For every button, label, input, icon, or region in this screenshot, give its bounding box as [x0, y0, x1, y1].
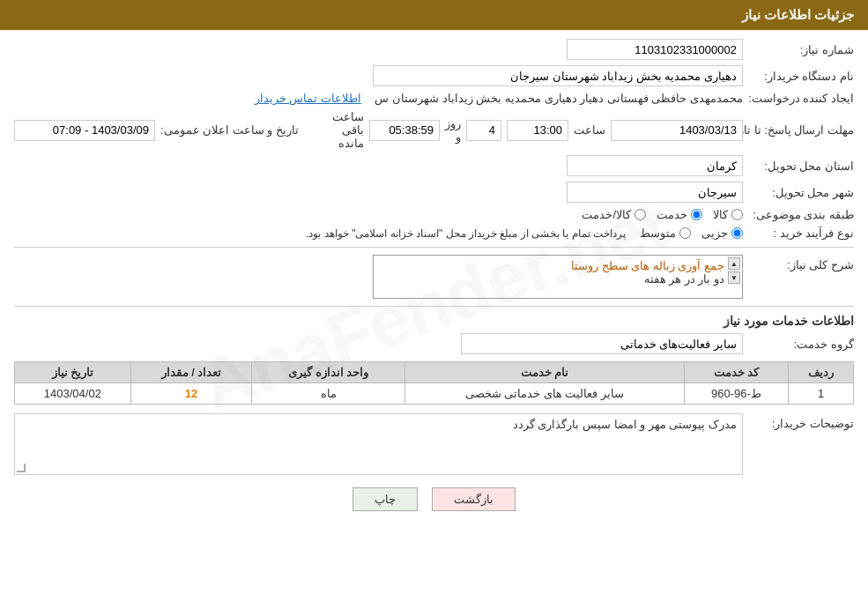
buttons-row: بازگشت چاپ — [14, 487, 854, 511]
buyer-desc-container: مدرک پیوستی مهر و امضا سپس بارگذاری گردد — [14, 413, 743, 475]
category-label: طبقه بندی موضوعی: — [748, 208, 854, 221]
category-row: طبقه بندی موضوعی: کالا خدمت کالا/خدمت — [14, 208, 854, 221]
service-group-label: گروه خدمت: — [748, 338, 854, 351]
col-name: نام خدمت — [405, 362, 685, 383]
province-label: استان محل تحویل: — [748, 160, 854, 173]
city-row: شهر محل تحویل: — [14, 182, 854, 203]
service-group-row: گروه خدمت: — [14, 333, 854, 354]
need-number-label: شماره نیاز: — [748, 43, 854, 56]
col-row: ردیف — [789, 362, 854, 383]
deadline-label: مهلت ارسال پاسخ: تا تاریخ: — [748, 123, 854, 137]
buyer-org-label: نام دستگاه خریدار: — [748, 70, 854, 83]
service-info-title: اطلاعات خدمات مورد نیاز — [14, 314, 854, 328]
buyer-desc-label: توضیحات خریدار: — [748, 417, 854, 430]
buyer-desc-text: مدرک پیوستی مهر و امضا سپس بارگذاری گردد — [513, 418, 737, 431]
page-header: جزئیات اطلاعات نیاز — [0, 0, 868, 30]
cell-unit: ماه — [252, 383, 405, 405]
province-input[interactable] — [567, 155, 743, 176]
scrollbar[interactable]: ▲ ▼ — [728, 257, 740, 284]
cell-name: سایر فعالیت های خدماتی شخصی — [405, 383, 685, 405]
announce-label: تاریخ و ساعت اعلان عمومی: — [160, 123, 299, 137]
deadline-hours-input[interactable] — [369, 120, 440, 141]
purchase-note: پرداخت تمام یا بخشی از مبلغ خریداز محل "… — [306, 227, 626, 240]
time-label: ساعت — [574, 123, 605, 137]
services-table: ردیف کد خدمت نام خدمت واحد اندازه گیری ت… — [14, 361, 854, 405]
cell-date: 1403/04/02 — [15, 383, 131, 405]
services-table-section: ردیف کد خدمت نام خدمت واحد اندازه گیری ت… — [14, 361, 854, 405]
page-wrapper: جزئیات اطلاعات نیاز شماره نیاز: نام دستگ… — [0, 0, 868, 609]
table-row: 1 ط-96-960 سایر فعالیت های خدماتی شخصی م… — [15, 383, 854, 405]
deadline-date-input[interactable] — [611, 120, 743, 141]
service-group-input[interactable] — [461, 333, 743, 354]
col-code: کد خدمت — [684, 362, 788, 383]
deadline-days-input[interactable] — [466, 120, 501, 141]
requester-text: محمدمهدی حافظی فهستانی دهیار دهیاری محمد… — [375, 92, 743, 105]
need-number-input[interactable] — [567, 39, 743, 60]
page-title: جزئیات اطلاعات نیاز — [742, 7, 854, 22]
cell-row: 1 — [789, 383, 854, 405]
hours-remaining-label: ساعت باقی مانده — [322, 110, 364, 150]
need-desc-row: شرح کلی نیاز: ▲ ▼ جمع آوری زباله های سطح… — [14, 255, 854, 299]
scroll-down-btn[interactable]: ▼ — [728, 271, 740, 284]
city-label: شهر محل تحویل: — [748, 186, 854, 199]
announce-time-input[interactable] — [14, 120, 155, 141]
purchase-type-row: نوع فرآیند خرید : جزیی متوسط پرداخت تمام… — [14, 227, 854, 240]
purchase-type-radio-group: جزیی متوسط — [640, 227, 743, 240]
col-date: تاریخ نیاز — [15, 362, 131, 383]
scroll-up-btn[interactable]: ▲ — [728, 257, 740, 270]
requester-row: ایجاد کننده درخواست: محمدمهدی حافظی فهست… — [14, 92, 854, 105]
radio-motavasset[interactable]: متوسط — [640, 227, 691, 240]
province-row: استان محل تحویل: — [14, 155, 854, 176]
radio-kala-khedmat[interactable]: کالا/خدمت — [582, 208, 646, 221]
deadline-time-input[interactable] — [507, 120, 568, 141]
table-header: ردیف کد خدمت نام خدمت واحد اندازه گیری ت… — [15, 362, 854, 383]
main-content: شماره نیاز: نام دستگاه خریدار: ایجاد کنن… — [0, 30, 868, 529]
contact-link[interactable]: اطلاعات تماس خریدار — [255, 92, 361, 105]
radio-khedmat[interactable]: خدمت — [657, 208, 702, 221]
requester-label: ایجاد کننده درخواست: — [748, 92, 854, 105]
need-desc-text2: دو بار در هر هفته — [377, 272, 724, 286]
divider2 — [14, 306, 854, 307]
divider1 — [14, 247, 854, 248]
buyer-org-input[interactable] — [373, 65, 743, 86]
need-desc-scroll: ▲ ▼ جمع آوری زباله های سطح روستا دو بار … — [373, 255, 743, 299]
back-button[interactable]: بازگشت — [432, 487, 516, 511]
radio-jezvi[interactable]: جزیی — [701, 227, 743, 240]
need-desc-label: شرح کلی نیاز: — [748, 258, 854, 271]
buyer-org-row: نام دستگاه خریدار: — [14, 65, 854, 86]
need-number-row: شماره نیاز: — [14, 39, 854, 60]
radio-kala[interactable]: کالا — [713, 208, 743, 221]
buyer-desc-area: مدرک پیوستی مهر و امضا سپس بارگذاری گردد — [14, 413, 743, 475]
deadline-row: مهلت ارسال پاسخ: تا تاریخ: ساعت روز و سا… — [14, 110, 854, 150]
col-unit: واحد اندازه گیری — [252, 362, 405, 383]
table-body: 1 ط-96-960 سایر فعالیت های خدماتی شخصی م… — [15, 383, 854, 405]
cell-qty: 12 — [130, 383, 252, 405]
cell-code: ط-96-960 — [684, 383, 788, 405]
buyer-desc-row: توضیحات خریدار: مدرک پیوستی مهر و امضا س… — [14, 413, 854, 475]
resize-handle[interactable] — [17, 464, 26, 472]
days-label: روز و — [445, 117, 461, 144]
print-button[interactable]: چاپ — [352, 487, 418, 511]
purchase-type-label: نوع فرآیند خرید : — [748, 227, 854, 240]
need-desc-text1: جمع آوری زباله های سطح روستا — [377, 259, 724, 272]
city-input[interactable] — [567, 182, 743, 203]
category-radio-group: کالا خدمت کالا/خدمت — [582, 208, 743, 221]
col-qty: تعداد / مقدار — [130, 362, 252, 383]
